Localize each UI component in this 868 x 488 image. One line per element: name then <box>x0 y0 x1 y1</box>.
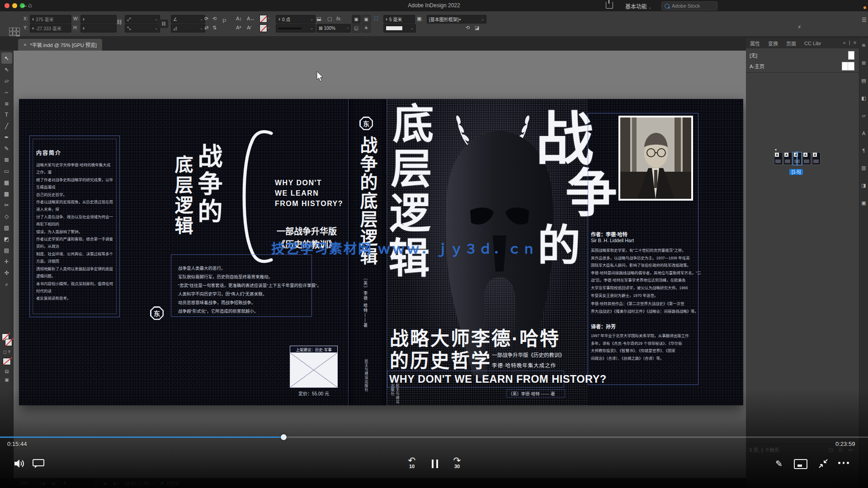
master-a-row[interactable]: A-主页 <box>746 61 859 71</box>
effects-icon[interactable]: fx. <box>336 16 342 21</box>
skip-back-button[interactable]: ↶ 10 <box>404 455 420 472</box>
links-panel-icon[interactable]: ▱ <box>862 113 865 119</box>
rotate-ccw-icon[interactable]: ⟲ <box>212 16 217 21</box>
skew-icon[interactable]: A∕ <box>247 25 251 30</box>
exit-fullscreen-button[interactable] <box>816 457 830 470</box>
scale-y-dropdown[interactable]: ⤡⌄ <box>125 24 160 33</box>
new-spread-icon[interactable]: ⎘ <box>839 447 843 453</box>
layers-panel-icon[interactable]: ◧ <box>861 95 866 101</box>
pen-tool[interactable]: ✒ <box>1 131 12 143</box>
zoom-level-dropdown[interactable]: 75%⌄ <box>20 481 34 486</box>
direct-selection-tool[interactable]: ⇖ <box>1 64 12 75</box>
content-collector-tool[interactable]: ⧈ <box>1 98 12 109</box>
preflight-profile-dropdown[interactable]: [基本] (工作)⌄ <box>124 480 154 487</box>
skip-forward-button[interactable]: ↷ 30 <box>449 455 465 472</box>
page-thumbnail[interactable]: A <box>774 152 783 165</box>
effects-list-icon[interactable]: ≛ <box>362 24 371 33</box>
more-options-button[interactable] <box>838 462 849 464</box>
free-transform-tool[interactable]: ◇ <box>1 211 12 222</box>
panel-tab[interactable]: 属性 <box>746 38 764 49</box>
flip-vertical-icon[interactable]: ⇅ <box>212 25 217 30</box>
quick-apply-icon[interactable]: ◪ <box>475 25 479 30</box>
shear-angle-dropdown[interactable]: ◿⌄ <box>171 24 205 33</box>
adobe-stock-search[interactable]: Adobe Stock <box>661 1 717 10</box>
document-canvas[interactable]: 内容简介 战略大家与史学大师李德·哈特的晚年集大成之作，凝结了作者对战争史和战略… <box>14 51 746 478</box>
fill-stroke-swatches[interactable] <box>2 333 12 347</box>
y-position-field[interactable]: ▲▼-27.333 毫米 <box>30 24 71 33</box>
frame-fitting-icon[interactable]: ⛶ <box>374 16 378 21</box>
panel-menu-icon[interactable]: ≡ <box>854 40 856 45</box>
panel-tab[interactable]: CC Libr <box>800 39 825 48</box>
color-panel-icon[interactable]: ◨ <box>861 183 866 188</box>
gpu-performance-icon[interactable]: ⚡ <box>797 24 801 30</box>
constrain-proportions-icon[interactable]: ⛓ <box>117 19 122 25</box>
fill-color-swatch[interactable] <box>259 24 267 32</box>
rotate-cw-icon[interactable]: ⟳ <box>204 16 208 21</box>
selection-tool[interactable]: ↖ <box>1 52 12 64</box>
prev-page-button[interactable]: ◀ <box>51 481 55 486</box>
character-panel-icon[interactable]: A <box>862 131 865 136</box>
wrap-none-icon[interactable]: ▣ <box>352 15 361 23</box>
flip-horizontal-icon[interactable]: ⇄ <box>204 25 208 30</box>
master-none-row[interactable]: [无] <box>746 50 859 61</box>
last-page-button[interactable]: ▶| <box>113 481 118 486</box>
apply-none-swatch[interactable] <box>3 358 11 365</box>
rotation-angle-dropdown[interactable]: ∠⌄ <box>171 15 205 23</box>
stroke-swatch-none[interactable] <box>5 339 12 346</box>
volume-button[interactable] <box>13 457 26 470</box>
page-thumbnail[interactable]: A <box>793 152 802 165</box>
tab-overflow-icon[interactable]: » <box>843 40 846 45</box>
annotate-button[interactable]: ✎ <box>772 457 786 470</box>
object-style-dropdown[interactable]: [基本图形框架]+⌄ <box>427 15 486 23</box>
stroke-color-swatch[interactable] <box>259 15 267 23</box>
frame-tool[interactable]: ⊠ <box>1 154 12 165</box>
subtitles-button[interactable] <box>32 457 45 470</box>
line-tool[interactable]: ╱ <box>1 120 12 131</box>
stroke-weight-dropdown[interactable]: ▲▼0 点⌄ <box>276 15 316 23</box>
clear-overrides-icon[interactable]: ⟲ <box>466 25 470 30</box>
first-page-button[interactable]: |◀ <box>40 481 45 486</box>
page-tool[interactable]: ▱ <box>1 75 12 86</box>
page-thumbnail[interactable]: A <box>802 152 811 165</box>
page-range-label[interactable]: [1-5] <box>789 169 803 175</box>
pencil-tool[interactable]: ✎ <box>1 143 12 154</box>
height-field[interactable]: ▲▼ <box>80 24 117 33</box>
page-thumbnail[interactable]: A <box>783 152 792 165</box>
zoom-tool[interactable]: ⌕ <box>1 278 12 290</box>
apply-gradient-icon[interactable]: ▤ <box>5 369 9 374</box>
align-panel-icon[interactable]: ⊞ <box>862 60 866 66</box>
pages-panel-icon[interactable]: ▤ <box>861 78 866 84</box>
fill-chevron-icon[interactable]: › <box>268 25 269 31</box>
gradient-feather-tool[interactable]: ◩ <box>1 233 12 244</box>
pip-button[interactable] <box>794 459 807 469</box>
panel-tab[interactable]: 变换 <box>764 38 782 49</box>
preflight-menu-icon[interactable]: ⌄ <box>197 481 200 485</box>
control-panel-menu-icon[interactable]: ☰ <box>862 17 867 23</box>
paragraph-panel-icon[interactable]: ¶ <box>863 148 865 153</box>
corner-options-icon[interactable]: ⬓. <box>316 16 322 21</box>
x-position-field[interactable]: ▲▼375 毫米 <box>30 15 71 23</box>
grid-tool[interactable]: ▩ <box>1 188 12 199</box>
stroke-chevron-icon[interactable]: › <box>268 16 269 21</box>
tracking-icon[interactable]: A↔ <box>247 16 255 21</box>
delete-spread-icon[interactable]: ▭ <box>848 447 853 453</box>
baseline-shift-icon[interactable]: Aᵃ <box>236 25 241 30</box>
auto-fit-icon[interactable]: ▣. <box>417 16 423 21</box>
pause-button[interactable] <box>429 458 440 469</box>
preflight-status[interactable]: 无错误 <box>160 480 179 487</box>
stroke-panel-icon[interactable]: ▥ <box>861 165 866 171</box>
scissors-tool[interactable]: ✂ <box>1 199 12 211</box>
eyedropper-tool[interactable]: ✛ <box>1 256 12 267</box>
gap-field[interactable]: ▲▼5 毫米 <box>383 15 415 23</box>
leading-icon[interactable]: A↕ <box>236 16 242 21</box>
screen-mode-icon[interactable]: ▣ <box>5 377 9 382</box>
gap-tool[interactable]: ⇔ <box>1 86 12 98</box>
panel-tab[interactable]: 页面 <box>782 38 800 49</box>
table-tool[interactable]: ▦ <box>1 177 12 188</box>
wrap-bounding-icon[interactable]: ▣ <box>362 15 371 23</box>
adjust-panel-icon[interactable]: ≋ <box>862 42 866 48</box>
next-page-button[interactable]: ▶ <box>104 481 107 486</box>
formatting-container-icon[interactable]: ◻ <box>3 350 6 354</box>
width-field[interactable]: ▲▼ <box>80 15 117 23</box>
type-tool[interactable]: T <box>1 109 12 120</box>
